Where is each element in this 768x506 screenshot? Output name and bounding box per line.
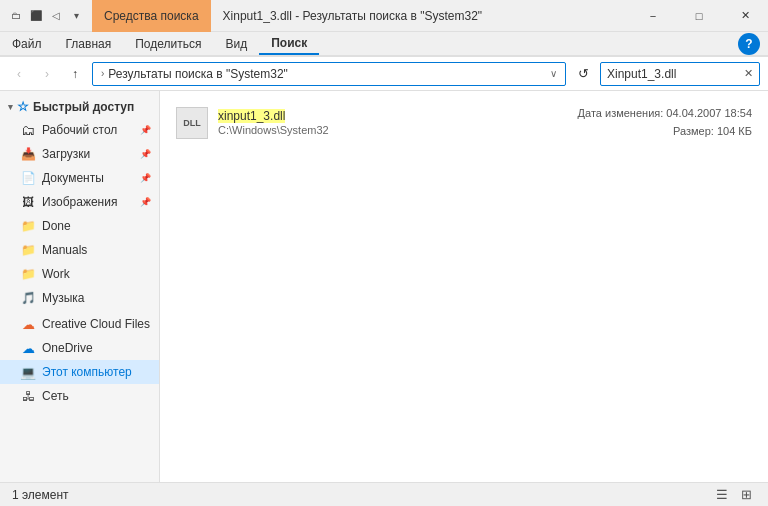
ribbon-tabs: Файл Главная Поделиться Вид Поиск ? [0, 32, 768, 56]
network-icon: 🖧 [20, 388, 36, 404]
file-icon-text: DLL [183, 118, 201, 128]
status-count: 1 элемент [12, 488, 69, 502]
file-item-meta: Дата изменения: 04.04.2007 18:54 Размер:… [578, 105, 752, 140]
address-bar: ‹ › ↑ › Результаты поиска в "System32" ∨… [0, 57, 768, 91]
title-bar: 🗀 ⬛ ◁ ▾ Средства поиска Xinput1_3.dll - … [0, 0, 768, 32]
down-quick-icon[interactable]: ▾ [68, 8, 84, 24]
view-grid-button[interactable]: ⊞ [736, 485, 756, 505]
view-list-button[interactable]: ☰ [712, 485, 732, 505]
file-icon: DLL [176, 107, 208, 139]
sidebar-item-documents[interactable]: 📄 Документы 📌 [0, 166, 159, 190]
sidebar-item-images-label: Изображения [42, 195, 117, 209]
file-item-name: xinput1_3.dll [218, 109, 568, 123]
search-clear-icon[interactable]: ✕ [744, 67, 753, 80]
sidebar-item-music[interactable]: 🎵 Музыка [0, 286, 159, 310]
ribbon: Файл Главная Поделиться Вид Поиск ? [0, 32, 768, 57]
onedrive-icon: ☁ [20, 340, 36, 356]
desktop-folder-icon: 🗂 [20, 122, 36, 138]
images-pin-icon: 📌 [140, 197, 151, 207]
work-folder-icon: 📁 [20, 266, 36, 282]
quick-access-star-icon: ☆ [17, 99, 29, 114]
creative-cloud-icon: ☁ [20, 316, 36, 332]
main-area: ▾ ☆ Быстрый доступ 🗂 Рабочий стол 📌 📥 За… [0, 91, 768, 482]
sidebar-item-onedrive[interactable]: ☁ OneDrive [0, 336, 159, 360]
quick-access-icon[interactable]: ⬛ [28, 8, 44, 24]
tab-file[interactable]: Файл [0, 32, 54, 55]
quick-access-label: Быстрый доступ [33, 100, 134, 114]
view-grid-icon: ⊞ [741, 487, 752, 502]
downloads-pin-icon: 📌 [140, 149, 151, 159]
nav-back-button[interactable]: ‹ [8, 63, 30, 85]
sidebar-item-done[interactable]: 📁 Done [0, 214, 159, 238]
creative-cloud-label: Creative Cloud Files [42, 317, 150, 331]
sidebar-item-network[interactable]: 🖧 Сеть [0, 384, 159, 408]
title-bar-text: Средства поиска Xinput1_3.dll - Результа… [92, 0, 630, 32]
music-icon: 🎵 [20, 290, 36, 306]
quick-access-header[interactable]: ▾ ☆ Быстрый доступ [0, 95, 159, 118]
file-date: Дата изменения: 04.04.2007 18:54 [578, 105, 752, 123]
help-button[interactable]: ? [738, 33, 760, 55]
nav-forward-button[interactable]: › [36, 63, 58, 85]
path-chevron-icon: › [101, 68, 104, 79]
quick-access-section: ▾ ☆ Быстрый доступ 🗂 Рабочий стол 📌 📥 За… [0, 95, 159, 310]
title-bar-controls: − □ ✕ [630, 0, 768, 32]
file-size: Размер: 104 КБ [578, 123, 752, 141]
file-item[interactable]: DLL xinput1_3.dll C:\Windows\System32 Да… [168, 99, 760, 146]
status-right: ☰ ⊞ [712, 485, 756, 505]
maximize-button[interactable]: □ [676, 0, 722, 32]
path-dropdown-icon[interactable]: ∨ [550, 68, 557, 79]
quick-access-chevron-icon: ▾ [8, 102, 13, 112]
sidebar-item-documents-label: Документы [42, 171, 104, 185]
images-folder-icon: 🖼 [20, 194, 36, 210]
sidebar-item-music-label: Музыка [42, 291, 84, 305]
back-quick-icon: ◁ [48, 8, 64, 24]
search-input[interactable] [607, 67, 740, 81]
this-computer-label: Этот компьютер [42, 365, 132, 379]
tab-search[interactable]: Поиск [259, 32, 319, 55]
title-main-text: Xinput1_3.dll - Результаты поиска в "Sys… [211, 9, 495, 23]
computer-icon: 💻 [20, 364, 36, 380]
downloads-folder-icon: 📥 [20, 146, 36, 162]
refresh-button[interactable]: ↺ [572, 63, 594, 85]
file-area: DLL xinput1_3.dll C:\Windows\System32 Да… [160, 91, 768, 482]
title-tab-search[interactable]: Средства поиска [92, 0, 211, 32]
sidebar-item-done-label: Done [42, 219, 71, 233]
minimize-button[interactable]: − [630, 0, 676, 32]
tab-share[interactable]: Поделиться [123, 32, 213, 55]
title-bar-icons: 🗀 ⬛ ◁ ▾ [0, 8, 92, 24]
sidebar-item-desktop[interactable]: 🗂 Рабочий стол 📌 [0, 118, 159, 142]
network-label: Сеть [42, 389, 69, 403]
tab-home[interactable]: Главная [54, 32, 124, 55]
status-bar: 1 элемент ☰ ⊞ [0, 482, 768, 506]
file-item-path: C:\Windows\System32 [218, 124, 568, 136]
view-list-icon: ☰ [716, 487, 728, 502]
sidebar-item-work-label: Work [42, 267, 70, 281]
address-path[interactable]: › Результаты поиска в "System32" ∨ [92, 62, 566, 86]
sidebar-item-work[interactable]: 📁 Work [0, 262, 159, 286]
tab-view[interactable]: Вид [213, 32, 259, 55]
path-text: Результаты поиска в "System32" [108, 67, 288, 81]
documents-folder-icon: 📄 [20, 170, 36, 186]
onedrive-label: OneDrive [42, 341, 93, 355]
sidebar-item-creative-cloud[interactable]: ☁ Creative Cloud Files [0, 312, 159, 336]
nav-up-button[interactable]: ↑ [64, 63, 86, 85]
sidebar-item-manuals-label: Manuals [42, 243, 87, 257]
sidebar-item-downloads[interactable]: 📥 Загрузки 📌 [0, 142, 159, 166]
window-icon: 🗀 [8, 8, 24, 24]
manuals-folder-icon: 📁 [20, 242, 36, 258]
desktop-pin-icon: 📌 [140, 125, 151, 135]
sidebar-item-downloads-label: Загрузки [42, 147, 90, 161]
file-item-info: xinput1_3.dll C:\Windows\System32 [218, 109, 568, 136]
sidebar-item-desktop-label: Рабочий стол [42, 123, 117, 137]
sidebar-item-this-computer[interactable]: 💻 Этот компьютер [0, 360, 159, 384]
sidebar-item-images[interactable]: 🖼 Изображения 📌 [0, 190, 159, 214]
sidebar-item-manuals[interactable]: 📁 Manuals [0, 238, 159, 262]
search-box[interactable]: ✕ [600, 62, 760, 86]
done-folder-icon: 📁 [20, 218, 36, 234]
sidebar: ▾ ☆ Быстрый доступ 🗂 Рабочий стол 📌 📥 За… [0, 91, 160, 482]
close-button[interactable]: ✕ [722, 0, 768, 32]
documents-pin-icon: 📌 [140, 173, 151, 183]
